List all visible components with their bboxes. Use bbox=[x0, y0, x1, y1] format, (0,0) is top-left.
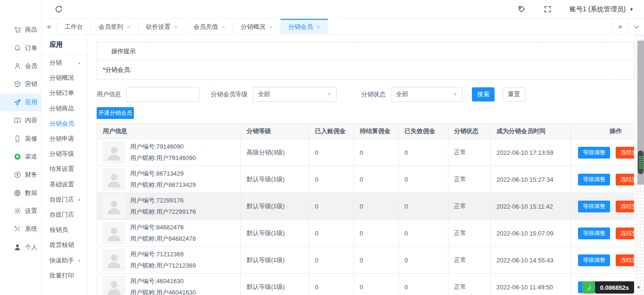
collapse-tabs-icon[interactable]: « bbox=[41, 19, 57, 34]
gear-icon bbox=[14, 207, 21, 215]
user-nickname: 用户昵称:用户86713429 bbox=[130, 181, 196, 189]
sidebar-item-members[interactable]: 会员 bbox=[0, 57, 41, 75]
sidebar-item-apps[interactable]: 应用 bbox=[0, 93, 41, 111]
submenu-item-label: 基础设置 bbox=[50, 180, 74, 189]
sidebar-item-goods[interactable]: 商品 bbox=[0, 21, 41, 39]
level-cell: 高级分销(3级) bbox=[241, 139, 309, 166]
avatar bbox=[103, 195, 125, 218]
submenu-item[interactable]: 分销订单 ▲ bbox=[41, 85, 87, 101]
submenu-item-label: 分销概况 bbox=[50, 74, 74, 82]
sidebar-item-label: 个人 bbox=[25, 243, 37, 252]
app-submenu: 应用 分销 ▲ 分销概况 ▲ 分销订单 ▲ 分销商品 ▲ 分销会员 ▲ 分销申请… bbox=[41, 34, 87, 295]
submenu-item[interactable]: 结算设置 ▲ bbox=[41, 161, 87, 177]
debug-toolbar: 0.086852s ▼ bbox=[582, 281, 641, 294]
tab-member-recharge[interactable]: 会员充值× bbox=[186, 19, 233, 34]
user-nickname: 用户昵称:用户79146090 bbox=[130, 154, 196, 162]
close-icon[interactable]: × bbox=[222, 24, 225, 30]
close-icon[interactable]: × bbox=[269, 24, 273, 30]
tab-member-signin[interactable]: 会员签到× bbox=[91, 19, 139, 34]
submenu-item-label: 核销员 bbox=[50, 226, 68, 234]
sidebar-item-orders[interactable]: 订单 bbox=[0, 39, 41, 57]
close-icon[interactable]: × bbox=[127, 24, 131, 30]
account-menu[interactable]: 账号1 (系统管理员) ▼ bbox=[570, 5, 634, 14]
sidebar-item-decorate[interactable]: 装修 bbox=[0, 129, 41, 147]
join-time-cell: 2022-06-10 15:11:42 bbox=[491, 193, 571, 219]
submenu-item[interactable]: 分销概况 ▲ bbox=[41, 70, 87, 85]
tag-icon[interactable] bbox=[518, 5, 526, 13]
adjust-level-button[interactable]: 等级调整 bbox=[578, 228, 610, 239]
submenu-item[interactable]: 提货核销 ▲ bbox=[41, 237, 87, 253]
level-cell: 默认等级(1级) bbox=[241, 247, 309, 273]
freeze-button[interactable]: 冻结资格 bbox=[616, 174, 634, 185]
sidebar-item-finance[interactable]: 财务 bbox=[0, 166, 41, 184]
close-icon[interactable]: × bbox=[174, 24, 178, 30]
actions-cell: 等级调整 冻结资格 bbox=[571, 139, 634, 166]
freeze-button[interactable]: 冻结资格 bbox=[616, 201, 634, 212]
open-distribution-member-button[interactable]: 开通分销会员 bbox=[97, 107, 134, 119]
scrollbar-thumb[interactable] bbox=[638, 151, 644, 174]
invalid-commission-cell: 0 bbox=[399, 193, 448, 219]
operation-tip-box: 操作提示 *分销会员; bbox=[97, 42, 634, 80]
sidebar-item-marketing[interactable]: 营销 bbox=[0, 75, 41, 93]
tab-menu-chevron-icon[interactable] bbox=[628, 19, 644, 34]
tab-workbench[interactable]: 工作台 bbox=[57, 19, 91, 34]
submenu-item[interactable]: 分销会员 ▲ bbox=[41, 116, 87, 131]
refresh-icon[interactable] bbox=[55, 5, 63, 13]
sidebar-item-content[interactable]: 内容 bbox=[0, 111, 41, 129]
adjust-level-button[interactable]: 等级调整 bbox=[578, 174, 610, 185]
reset-button[interactable]: 重置 bbox=[503, 87, 525, 101]
freeze-button[interactable]: 冻结资格 bbox=[616, 228, 634, 239]
tab-distribution-members[interactable]: 分销会员× bbox=[281, 19, 328, 34]
user-nickname: 用户昵称:用户71212369 bbox=[130, 261, 196, 270]
tab-distribution-overview[interactable]: 分销概况× bbox=[233, 19, 281, 34]
submenu-item[interactable]: 分销 ▲ bbox=[41, 55, 87, 70]
select-caret-icon: ▼ bbox=[327, 92, 331, 97]
submenu-item-label: 分销等级 bbox=[50, 150, 74, 158]
tab-bargain-settings[interactable]: 砍价设置× bbox=[139, 19, 186, 34]
user-info-cell: 用户编号:72299176 用户昵称:用户72299176 bbox=[97, 193, 241, 219]
submenu-item[interactable]: 自提门店 ▲ bbox=[41, 192, 87, 207]
submenu-item[interactable]: 分销等级 ▲ bbox=[41, 146, 87, 161]
adjust-level-button[interactable]: 等级调整 bbox=[578, 201, 610, 212]
yen-circle-icon bbox=[14, 171, 21, 178]
level-select[interactable]: 全部 ▼ bbox=[253, 87, 337, 102]
submenu-item[interactable]: 分销申请 ▲ bbox=[41, 131, 87, 146]
status-select[interactable]: 全部 ▼ bbox=[391, 87, 462, 102]
scrollbar-track[interactable] bbox=[637, 41, 644, 185]
invalid-commission-cell: 0 bbox=[399, 220, 448, 246]
expand-tabs-icon[interactable]: » bbox=[612, 19, 628, 34]
submenu-item[interactable]: 核销员 ▲ bbox=[41, 222, 87, 237]
operation-tip-title: 操作提示 bbox=[97, 42, 634, 60]
submenu-item[interactable]: 分销商品 ▲ bbox=[41, 101, 87, 116]
close-icon[interactable]: × bbox=[316, 24, 320, 30]
search-button[interactable]: 搜索 bbox=[472, 87, 495, 101]
thinkphp-logo-icon[interactable] bbox=[582, 281, 594, 294]
debug-time-badge[interactable]: 0.086852s bbox=[595, 281, 634, 294]
sidebar-item-settings[interactable]: 设置 bbox=[0, 202, 41, 220]
content-card: 操作提示 *分销会员; 用户信息 分销会员等级 全部 ▼ 分销状态 全部 ▼ bbox=[87, 34, 634, 295]
adjust-level-button[interactable]: 等级调整 bbox=[578, 254, 610, 266]
adjust-level-button[interactable]: 等级调整 bbox=[578, 147, 610, 159]
submenu-item[interactable]: 快递助手 ▲ bbox=[41, 253, 87, 268]
status-cell: 正常 bbox=[448, 247, 491, 273]
fullscreen-icon[interactable] bbox=[544, 5, 552, 13]
submenu-item[interactable]: 自提门店 ▲ bbox=[41, 207, 87, 222]
submenu-item[interactable]: 基础设置 ▲ bbox=[41, 177, 87, 192]
pending-commission-cell: 0 bbox=[354, 166, 399, 193]
cart-icon bbox=[14, 26, 21, 34]
sidebar-item-data[interactable]: 数据 bbox=[0, 184, 41, 202]
user-info-cell: 用户编号:84682478 用户昵称:用户84682478 bbox=[97, 220, 241, 246]
sidebar-item-label: 数据 bbox=[25, 189, 37, 197]
sidebar-item-system[interactable]: 系统 bbox=[0, 220, 41, 238]
table-row: 用户编号:79146090 用户昵称:用户79146090 高级分销(3级) 0… bbox=[97, 139, 634, 166]
members-table: 用户信息 分销等级 已入账佣金 待结算佣金 已失效佣金 分销状态 成为分销会员时… bbox=[97, 123, 634, 295]
submenu-item[interactable]: 批量打印 ▲ bbox=[41, 268, 87, 283]
freeze-button[interactable]: 冻结资格 bbox=[616, 147, 634, 159]
sidebar-item-profile[interactable]: 个人 bbox=[0, 238, 41, 256]
user-number: 用户编号:46041630 bbox=[130, 277, 196, 286]
debug-caret-icon[interactable]: ▼ bbox=[636, 285, 641, 290]
submenu-item-label: 分销订单 bbox=[50, 89, 74, 97]
user-info-input[interactable] bbox=[126, 87, 199, 102]
freeze-button[interactable]: 冻结资格 bbox=[616, 254, 634, 266]
sidebar-item-channels[interactable]: 渠道 bbox=[0, 148, 41, 166]
